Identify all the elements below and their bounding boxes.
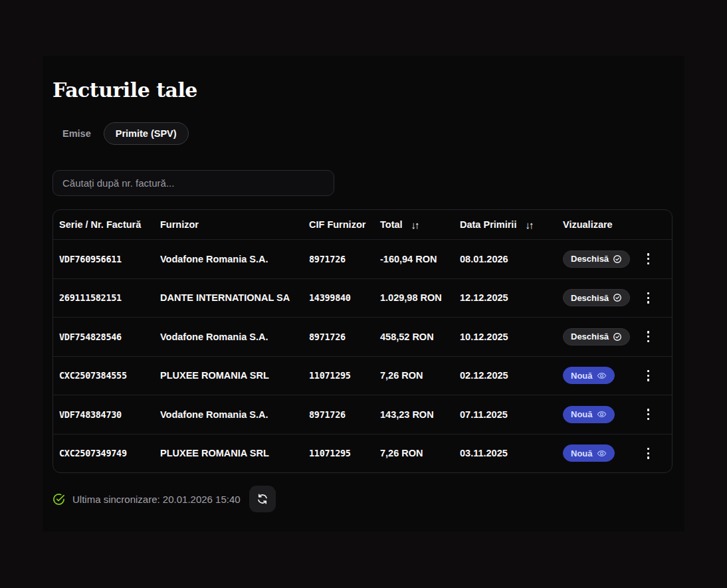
cell-total: -160,94 RON (380, 254, 460, 264)
cell-total: 7,26 RON (380, 370, 460, 381)
row-menu-button[interactable] (643, 405, 653, 424)
eye-icon (597, 371, 607, 381)
row-menu-button[interactable] (643, 327, 653, 346)
cell-vizualizare: Deschisă (563, 288, 672, 308)
cell-total: 7,26 RON (380, 448, 460, 458)
cell-serie: CXC2507384555 (59, 370, 160, 381)
table-row[interactable]: CXC2507349749 PLUXEE ROMANIA SRL 1107129… (53, 434, 672, 473)
row-menu-button[interactable] (643, 288, 653, 308)
cell-data-primirii: 02.12.2025 (460, 370, 563, 381)
status-badge-label: Nouă (571, 448, 593, 458)
search-wrap (52, 170, 684, 196)
status-badge[interactable]: Deschisă (563, 328, 630, 345)
status-badge-label: Deschisă (571, 332, 609, 342)
sync-status-text: Ultima sincronizare: 20.01.2026 15:40 (72, 494, 241, 505)
cell-data-primirii: 10.12.2025 (460, 332, 563, 342)
cell-vizualizare: Nouă (563, 444, 672, 463)
cell-serie: VDF754828546 (59, 332, 160, 342)
status-badge[interactable]: Nouă (563, 444, 615, 462)
row-menu-button[interactable] (643, 366, 653, 385)
invoice-table: Serie / Nr. Factură Furnizor CIF Furnizo… (52, 209, 673, 473)
table-row[interactable]: CXC2507384555 PLUXEE ROMANIA SRL 1107129… (53, 356, 672, 395)
refresh-icon (257, 493, 268, 505)
table-body: VDF760956611 Vodafone Romania S.A. 89717… (53, 239, 672, 472)
table-row[interactable]: VDF760956611 Vodafone Romania S.A. 89717… (53, 239, 672, 278)
row-menu-button[interactable] (643, 444, 653, 463)
cell-total: 143,23 RON (380, 409, 460, 420)
status-badge[interactable]: Nouă (563, 367, 615, 384)
cell-vizualizare: Deschisă (563, 327, 672, 346)
cell-cif: 8971726 (309, 409, 380, 420)
column-header-cif: CIF Furnizor (309, 219, 380, 230)
column-header-data-primirii: Data Primirii ↓↑ (460, 219, 563, 231)
column-header-vizualizare: Vizualizare (563, 219, 672, 230)
eye-icon (597, 448, 607, 458)
check-circle-icon (613, 332, 622, 342)
sort-icon-data-primirii[interactable]: ↓↑ (525, 219, 534, 231)
tab-emise[interactable]: Emise (52, 122, 101, 145)
check-circle-icon (613, 254, 622, 264)
sync-status-bar: Ultima sincronizare: 20.01.2026 15:40 (52, 486, 684, 512)
cell-serie: VDF748384730 (59, 409, 160, 420)
column-header-furnizor: Furnizor (160, 219, 309, 230)
cell-furnizor: Vodafone Romania S.A. (160, 254, 309, 264)
cell-furnizor: PLUXEE ROMANIA SRL (160, 370, 309, 381)
table-row[interactable]: VDF754828546 Vodafone Romania S.A. 89717… (53, 317, 672, 356)
column-header-total: Total ↓↑ (380, 219, 460, 231)
status-badge-label: Deschisă (571, 293, 609, 303)
tab-primite-spv[interactable]: Primite (SPV) (104, 122, 189, 145)
status-badge[interactable]: Deschisă (563, 289, 630, 306)
status-badge-label: Deschisă (571, 254, 609, 264)
cell-data-primirii: 12.12.2025 (460, 292, 563, 303)
cell-cif: 8971726 (309, 254, 380, 264)
status-badge-label: Nouă (571, 371, 593, 381)
cell-serie: CXC2507349749 (59, 448, 160, 458)
eye-icon (597, 409, 607, 419)
table-row[interactable]: 269111582151 DANTE INTERNATIONAL SA 1439… (53, 278, 672, 318)
column-header-serie: Serie / Nr. Factură (59, 219, 160, 230)
status-badge-label: Nouă (571, 409, 593, 419)
cell-cif: 11071295 (309, 370, 380, 381)
status-badge[interactable]: Deschisă (563, 250, 630, 268)
cell-vizualizare: Nouă (563, 366, 672, 385)
cell-data-primirii: 07.11.2025 (460, 409, 563, 420)
cell-furnizor: DANTE INTERNATIONAL SA (160, 292, 309, 303)
tab-bar: Emise Primite (SPV) (52, 122, 684, 145)
status-badge[interactable]: Nouă (563, 406, 615, 423)
search-input[interactable] (52, 170, 334, 196)
cell-vizualizare: Deschisă (563, 249, 672, 268)
sort-icon-total[interactable]: ↓↑ (411, 219, 420, 231)
cell-cif: 11071295 (309, 448, 380, 458)
cell-total: 458,52 RON (380, 332, 460, 342)
cell-total: 1.029,98 RON (380, 292, 460, 303)
cell-furnizor: Vodafone Romania S.A. (160, 409, 309, 420)
cell-vizualizare: Nouă (563, 405, 672, 424)
table-header-row: Serie / Nr. Factură Furnizor CIF Furnizo… (53, 210, 672, 239)
page-title: Facturile tale (52, 78, 684, 102)
cell-cif: 8971726 (309, 332, 380, 342)
cell-cif: 14399840 (309, 292, 380, 303)
refresh-button[interactable] (249, 486, 276, 512)
cell-data-primirii: 03.11.2025 (460, 448, 563, 458)
cell-serie: VDF760956611 (59, 254, 160, 264)
cell-serie: 269111582151 (59, 292, 160, 303)
cell-furnizor: PLUXEE ROMANIA SRL (160, 448, 309, 458)
check-circle-icon (613, 293, 622, 302)
cell-data-primirii: 08.01.2026 (460, 254, 563, 264)
invoices-panel: Facturile tale Emise Primite (SPV) Serie… (43, 56, 684, 532)
table-row[interactable]: VDF748384730 Vodafone Romania S.A. 89717… (53, 395, 672, 434)
row-menu-button[interactable] (643, 249, 653, 268)
sync-check-icon (52, 493, 65, 506)
cell-furnizor: Vodafone Romania S.A. (160, 332, 309, 342)
